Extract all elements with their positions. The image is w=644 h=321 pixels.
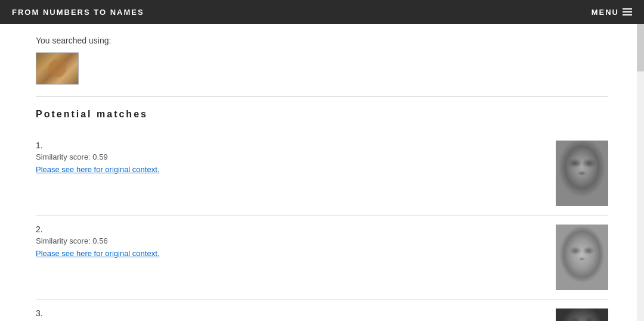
- match-info-2: 2. Similarity score: 0.56 Please see her…: [36, 225, 556, 258]
- face-photo-3: [556, 308, 608, 321]
- match-number-3: 3.: [36, 308, 544, 318]
- match-score-1: Similarity score: 0.59: [36, 152, 544, 161]
- face-photo-1: [556, 141, 608, 206]
- results-title: Potential matches: [36, 109, 608, 120]
- match-link-1[interactable]: Please see here for original context.: [36, 165, 159, 174]
- search-image: [36, 52, 79, 85]
- site-title: FROM NUMBERS TO NAMES: [12, 8, 144, 17]
- match-info-3: 3. Similarity score: 0.53 Please see her…: [36, 308, 556, 321]
- match-item-1: 1. Similarity score: 0.59 Please see her…: [36, 132, 608, 216]
- match-item-3: 3. Similarity score: 0.53 Please see her…: [36, 300, 608, 321]
- match-number-1: 1.: [36, 141, 544, 150]
- match-image-3: [556, 308, 608, 321]
- search-image-inner: [36, 52, 78, 85]
- match-item-2: 2. Similarity score: 0.56 Please see her…: [36, 216, 608, 300]
- match-image-1: [556, 141, 608, 206]
- main-content: You searched using: Potential matches 1.…: [0, 24, 644, 321]
- match-image-2: [556, 225, 608, 290]
- match-number-2: 2.: [36, 225, 544, 234]
- menu-button[interactable]: MENU: [592, 8, 632, 17]
- search-section: You searched using:: [36, 36, 608, 85]
- search-image-container: [36, 52, 608, 85]
- search-label: You searched using:: [36, 36, 608, 45]
- hamburger-icon: [623, 8, 632, 15]
- section-divider: [36, 96, 608, 97]
- match-score-2: Similarity score: 0.56: [36, 236, 544, 245]
- match-info-1: 1. Similarity score: 0.59 Please see her…: [36, 141, 556, 174]
- menu-label: MENU: [592, 8, 619, 17]
- site-header: FROM NUMBERS TO NAMES MENU: [0, 0, 644, 24]
- match-link-2[interactable]: Please see here for original context.: [36, 249, 159, 258]
- results-section: Potential matches 1. Similarity score: 0…: [36, 109, 608, 321]
- face-photo-2: [556, 225, 608, 290]
